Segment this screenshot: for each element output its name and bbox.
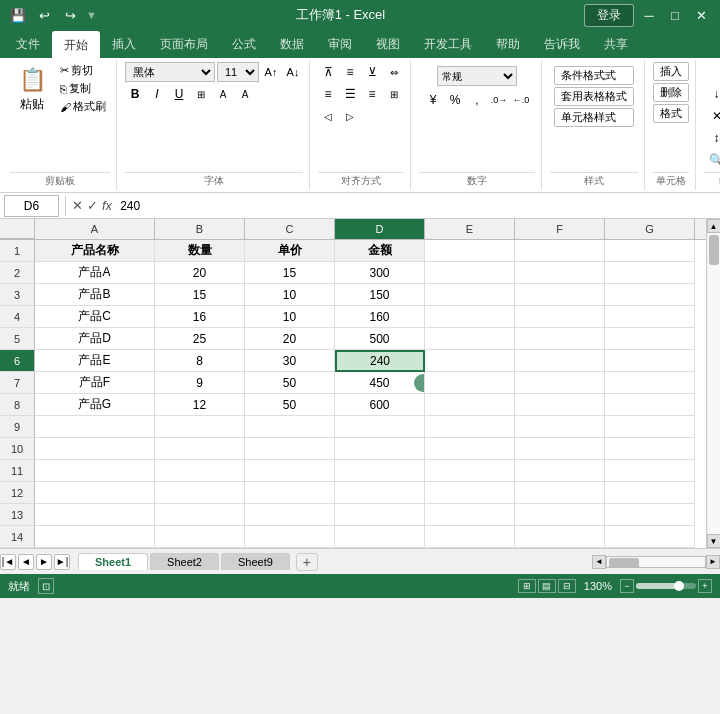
login-button[interactable]: 登录 bbox=[584, 4, 634, 27]
cell-style-button[interactable]: 单元格样式 bbox=[554, 108, 634, 127]
tab-dev[interactable]: 开发工具 bbox=[412, 30, 484, 58]
underline-button[interactable]: U bbox=[169, 84, 189, 104]
font-decrease-button[interactable]: A↓ bbox=[283, 62, 303, 82]
cell-f7[interactable] bbox=[515, 372, 605, 394]
align-bottom-button[interactable]: ⊻ bbox=[362, 62, 382, 82]
cell-f3[interactable] bbox=[515, 284, 605, 306]
decimal-decrease-button[interactable]: ←.0 bbox=[511, 90, 531, 110]
cell-a4[interactable]: 产品C bbox=[35, 306, 155, 328]
sort-button[interactable]: ↕排序 bbox=[709, 128, 721, 148]
cell-d13[interactable] bbox=[335, 504, 425, 526]
cell-d1[interactable]: 金额 bbox=[335, 240, 425, 262]
col-header-e[interactable]: E bbox=[425, 219, 515, 239]
cell-f14[interactable] bbox=[515, 526, 605, 548]
cell-b2[interactable]: 20 bbox=[155, 262, 245, 284]
cell-g13[interactable] bbox=[605, 504, 695, 526]
cell-f5[interactable] bbox=[515, 328, 605, 350]
wrap-text-button[interactable]: ⇔ bbox=[384, 62, 404, 82]
scroll-up-button[interactable]: ▲ bbox=[707, 219, 721, 233]
cell-b12[interactable] bbox=[155, 482, 245, 504]
cell-d6[interactable]: 240 bbox=[335, 350, 425, 372]
cell-c13[interactable] bbox=[245, 504, 335, 526]
cell-c5[interactable]: 20 bbox=[245, 328, 335, 350]
cell-reference-box[interactable]: D6 bbox=[4, 195, 59, 217]
cell-g4[interactable] bbox=[605, 306, 695, 328]
hscroll-track[interactable] bbox=[606, 556, 706, 568]
cell-a12[interactable] bbox=[35, 482, 155, 504]
copy-button[interactable]: ⎘ 复制 bbox=[56, 80, 110, 97]
italic-button[interactable]: I bbox=[147, 84, 167, 104]
tab-file[interactable]: 文件 bbox=[4, 30, 52, 58]
zoom-in-button[interactable]: + bbox=[698, 579, 712, 593]
quick-access-more[interactable]: ▼ bbox=[86, 9, 97, 21]
comma-button[interactable]: , bbox=[467, 90, 487, 110]
fill-color-button[interactable]: A bbox=[213, 84, 233, 104]
cell-a9[interactable] bbox=[35, 416, 155, 438]
scroll-down-button[interactable]: ▼ bbox=[707, 534, 721, 548]
cell-f6[interactable] bbox=[515, 350, 605, 372]
cell-e7[interactable] bbox=[425, 372, 515, 394]
cell-g12[interactable] bbox=[605, 482, 695, 504]
font-size-selector[interactable]: 11 bbox=[217, 62, 259, 82]
tab-tellme[interactable]: 告诉我 bbox=[532, 30, 592, 58]
font-name-selector[interactable]: 黑体 bbox=[125, 62, 215, 82]
paste-button[interactable]: 📋 粘贴 bbox=[10, 62, 54, 115]
font-increase-button[interactable]: A↑ bbox=[261, 62, 281, 82]
cell-e4[interactable] bbox=[425, 306, 515, 328]
page-break-button[interactable]: ⊟ bbox=[558, 579, 576, 593]
confirm-formula-icon[interactable]: ✓ bbox=[87, 198, 98, 213]
cell-d9[interactable] bbox=[335, 416, 425, 438]
cell-e8[interactable] bbox=[425, 394, 515, 416]
tab-view[interactable]: 视图 bbox=[364, 30, 412, 58]
cell-a11[interactable] bbox=[35, 460, 155, 482]
cell-c11[interactable] bbox=[245, 460, 335, 482]
col-header-f[interactable]: F bbox=[515, 219, 605, 239]
cell-g8[interactable] bbox=[605, 394, 695, 416]
zoom-slider[interactable] bbox=[636, 583, 696, 589]
sheet-first-button[interactable]: |◄ bbox=[0, 554, 16, 570]
cell-b4[interactable]: 16 bbox=[155, 306, 245, 328]
cell-b13[interactable] bbox=[155, 504, 245, 526]
maximize-button[interactable]: □ bbox=[664, 4, 686, 26]
number-format-selector[interactable]: 常规 bbox=[437, 66, 517, 86]
delete-cells-button[interactable]: 删除 bbox=[653, 83, 689, 102]
indent-decrease-button[interactable]: ◁ bbox=[318, 106, 338, 126]
cell-c12[interactable] bbox=[245, 482, 335, 504]
undo-icon[interactable] bbox=[34, 5, 54, 25]
cell-b8[interactable]: 12 bbox=[155, 394, 245, 416]
cell-e14[interactable] bbox=[425, 526, 515, 548]
bold-button[interactable]: B bbox=[125, 84, 145, 104]
row-num-1[interactable]: 1 bbox=[0, 240, 35, 262]
cell-d8[interactable]: 600 bbox=[335, 394, 425, 416]
indent-increase-button[interactable]: ▷ bbox=[340, 106, 360, 126]
cell-c14[interactable] bbox=[245, 526, 335, 548]
cell-b9[interactable] bbox=[155, 416, 245, 438]
cell-b5[interactable]: 25 bbox=[155, 328, 245, 350]
sheet-next-button[interactable]: ► bbox=[36, 554, 52, 570]
row-num-6[interactable]: 6 bbox=[0, 350, 35, 372]
cell-a7[interactable]: 产品F bbox=[35, 372, 155, 394]
cell-e12[interactable] bbox=[425, 482, 515, 504]
row-num-2[interactable]: 2 bbox=[0, 262, 35, 284]
cell-e11[interactable] bbox=[425, 460, 515, 482]
normal-view-button[interactable]: ⊞ bbox=[518, 579, 536, 593]
cell-a2[interactable]: 产品A bbox=[35, 262, 155, 284]
font-color-button[interactable]: A bbox=[235, 84, 255, 104]
format-cells-button[interactable]: 格式 bbox=[653, 104, 689, 123]
tab-data[interactable]: 数据 bbox=[268, 30, 316, 58]
cell-a6[interactable]: 产品E bbox=[35, 350, 155, 372]
cell-f12[interactable] bbox=[515, 482, 605, 504]
scroll-track[interactable] bbox=[708, 233, 720, 534]
merge-button[interactable]: ⊞ bbox=[384, 84, 404, 104]
cut-button[interactable]: ✂ 剪切 bbox=[56, 62, 110, 79]
cell-e6[interactable] bbox=[425, 350, 515, 372]
formula-input[interactable] bbox=[116, 195, 716, 217]
row-num-5[interactable]: 5 bbox=[0, 328, 35, 350]
hscroll-right-button[interactable]: ► bbox=[706, 555, 720, 569]
cell-f9[interactable] bbox=[515, 416, 605, 438]
cell-c6[interactable]: 30 bbox=[245, 350, 335, 372]
vertical-scrollbar[interactable]: ▲ ▼ bbox=[706, 219, 720, 548]
row-num-10[interactable]: 10 bbox=[0, 438, 35, 460]
row-num-9[interactable]: 9 bbox=[0, 416, 35, 438]
cell-g1[interactable] bbox=[605, 240, 695, 262]
